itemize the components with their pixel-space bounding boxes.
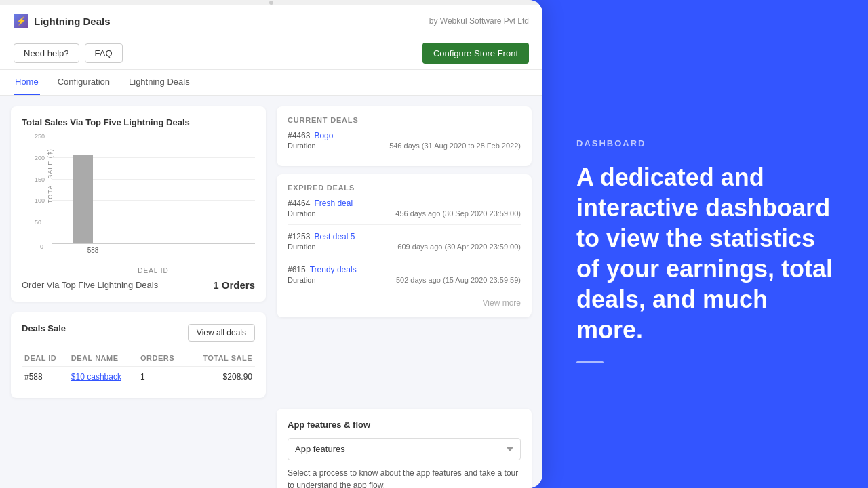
col-deal-id: DEAL ID	[22, 350, 68, 367]
current-deals-title: CURRENT DEALS	[288, 116, 521, 124]
y-tick-50: 50	[35, 219, 41, 226]
expired-deal-duration-2: Duration 609 days ago (30 Apr 2020 23:59…	[288, 243, 521, 251]
app-features-title: App features & flow	[288, 420, 521, 430]
expired-deal-name-3[interactable]: Trendy deals	[310, 265, 357, 274]
tab-lightning-deals[interactable]: Lightning Deals	[127, 70, 191, 95]
deals-sale-title: Deals Sale	[22, 323, 66, 333]
current-deal-id-1: #4463	[288, 131, 310, 140]
col-total-sale: TOTAL SALE	[186, 350, 255, 367]
expired-deal-header-3: #615 Trendy deals	[288, 265, 521, 274]
deals-sale-table: DEAL ID DEAL NAME ORDERS TOTAL SALE #588…	[22, 350, 255, 387]
row-total-sale: $208.90	[186, 367, 255, 388]
app-features-card: App features & flow App features App flo…	[277, 409, 532, 488]
current-deal-name-1[interactable]: Bogo	[314, 131, 333, 140]
bar-588	[73, 155, 93, 243]
expired-deal-row-3: #615 Trendy deals Duration 502 days ago …	[288, 265, 521, 291]
current-deal-header-1: #4463 Bogo	[288, 131, 521, 140]
deals-column: CURRENT DEALS #4463 Bogo Duration 546 da…	[277, 106, 532, 398]
toolbar-buttons: Need help? FAQ	[14, 43, 123, 63]
expired-deal-id-3: #615	[288, 265, 306, 274]
app-title: Lightning Deals	[34, 16, 111, 27]
current-deal-duration-val-1: 546 days (31 Aug 2020 to 28 Feb 2022)	[389, 142, 521, 150]
dashboard-label: DASHBOARD	[576, 138, 834, 148]
col-orders: ORDERS	[138, 350, 186, 367]
y-tick-250: 250	[35, 133, 45, 140]
expired-deal-name-2[interactable]: Best deal 5	[314, 232, 355, 241]
table-row: #588 $10 cashback 1 $208.90	[22, 367, 255, 388]
right-panel: DASHBOARD A dedicated and interactive da…	[542, 0, 868, 488]
app-header-left: ⚡ Lightning Deals	[14, 14, 111, 28]
dashboard-divider	[576, 361, 604, 363]
bar-id-label: 588	[83, 247, 103, 254]
tab-home[interactable]: Home	[14, 70, 40, 95]
current-deal-duration-label-1: Duration	[288, 142, 316, 150]
view-more-button[interactable]: View more	[288, 298, 521, 308]
expired-deal-duration-1: Duration 456 days ago (30 Sep 2020 23:59…	[288, 209, 521, 218]
expired-deal-duration-val-3: 502 days ago (15 Aug 2020 23:59:59)	[396, 276, 521, 284]
expired-deal-duration-label-3: Duration	[288, 276, 316, 284]
view-all-deals-button[interactable]: View all deals	[188, 324, 255, 342]
app-header: ⚡ Lightning Deals by Webkul Software Pvt…	[0, 5, 542, 37]
window-drag-handle	[0, 0, 542, 5]
orders-label: Order Via Top Five Lightning Deals	[22, 280, 158, 290]
nav-tabs: Home Configuration Lightning Deals	[0, 70, 542, 96]
expired-deals-section: EXPIRED DEALS #4464 Fresh deal Duration …	[277, 174, 532, 317]
drag-dot	[269, 1, 273, 5]
table-header-row: DEAL ID DEAL NAME ORDERS TOTAL SALE	[22, 350, 255, 367]
chart-card: Total Sales Via Top Five Lightning Deals…	[11, 106, 266, 302]
x-axis-label: DEAL ID	[52, 267, 255, 274]
expired-deal-id-2: #1253	[288, 232, 310, 241]
deals-sale-header: Deals Sale View all deals	[22, 323, 255, 342]
row-deal-id: #588	[22, 367, 68, 388]
expired-deal-row-2: #1253 Best deal 5 Duration 609 days ago …	[288, 232, 521, 258]
app-features-select[interactable]: App features App flow Settings overview	[288, 438, 521, 460]
configure-store-button[interactable]: Configure Store Front	[422, 43, 529, 64]
expired-deal-duration-val-2: 609 days ago (30 Apr 2020 23:59:00)	[397, 243, 521, 251]
chart-title: Total Sales Via Top Five Lightning Deals	[22, 117, 255, 127]
y-tick-0: 0	[40, 243, 43, 250]
lightning-icon: ⚡	[16, 16, 26, 26]
tab-configuration[interactable]: Configuration	[56, 70, 111, 95]
app-subtitle: by Webkul Software Pvt Ltd	[429, 16, 529, 26]
col-deal-name: DEAL NAME	[68, 350, 138, 367]
expired-deal-duration-label-2: Duration	[288, 243, 316, 251]
current-deal-duration-1: Duration 546 days (31 Aug 2020 to 28 Feb…	[288, 142, 521, 150]
expired-deal-duration-val-1: 456 days ago (30 Sep 2020 23:59:00)	[395, 209, 521, 218]
current-deal-row-1: #4463 Bogo Duration 546 days (31 Aug 202…	[288, 131, 521, 157]
row-orders: 1	[138, 367, 186, 388]
current-deals-section: CURRENT DEALS #4463 Bogo Duration 546 da…	[277, 106, 532, 166]
y-tick-200: 200	[35, 155, 45, 161]
expired-deal-header-1: #4464 Fresh deal	[288, 199, 521, 208]
features-description: Select a process to know about the app f…	[288, 467, 521, 488]
expired-deal-duration-3: Duration 502 days ago (15 Aug 2020 23:59…	[288, 276, 521, 284]
orders-count: 1 Orders	[213, 279, 255, 291]
need-help-button[interactable]: Need help?	[14, 43, 79, 63]
faq-button[interactable]: FAQ	[85, 43, 123, 63]
y-tick-100: 100	[35, 197, 45, 204]
deals-sale-card: Deals Sale View all deals DEAL ID DEAL N…	[11, 312, 266, 398]
expired-deal-name-1[interactable]: Fresh deal	[314, 199, 353, 208]
app-icon: ⚡	[14, 14, 28, 28]
toolbar: Need help? FAQ Configure Store Front	[0, 37, 542, 70]
bar-group	[73, 155, 93, 243]
expired-deals-title: EXPIRED DEALS	[288, 184, 521, 192]
app-window: ⚡ Lightning Deals by Webkul Software Pvt…	[0, 0, 542, 488]
expired-deal-header-2: #1253 Best deal 5	[288, 232, 521, 241]
expired-deal-duration-label-1: Duration	[288, 209, 316, 218]
y-tick-150: 150	[35, 176, 45, 183]
expired-deal-row-1: #4464 Fresh deal Duration 456 days ago (…	[288, 199, 521, 225]
row-deal-name[interactable]: $10 cashback	[68, 367, 138, 388]
orders-row: Order Via Top Five Lightning Deals 1 Ord…	[22, 279, 255, 291]
dashboard-heading: A dedicated and interactive dashboard to…	[576, 162, 834, 345]
main-content: Total Sales Via Top Five Lightning Deals…	[0, 96, 542, 488]
expired-deal-id-1: #4464	[288, 199, 310, 208]
chart-container: TOTAL SALE ($) 250 200 150 100 50	[22, 136, 255, 271]
